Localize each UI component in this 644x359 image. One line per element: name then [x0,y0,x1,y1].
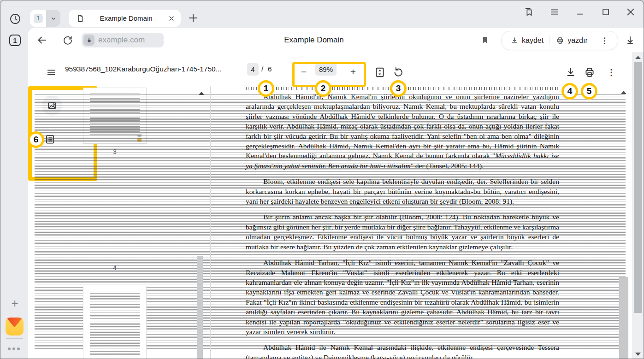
page-title: Example Domain [176,28,452,52]
side-panel-add-button[interactable]: + [9,298,21,310]
page-scrollbar-thumb[interactable] [634,62,642,313]
maximize-button[interactable] [600,6,612,18]
reload-icon [62,35,73,46]
pdf-scrollbar-thumb[interactable] [619,277,628,359]
close-icon [626,7,636,17]
yandex-mail-icon[interactable] [6,318,24,335]
thumbnail-text-preview [90,292,140,357]
tab-example-domain[interactable]: Example Domain [69,10,181,27]
hamburger-icon [46,67,56,77]
lock-icon[interactable] [83,35,95,46]
mail-flap-shape [6,318,24,328]
printer-icon [556,36,564,45]
pdf-download-button[interactable] [565,66,577,78]
downloads-button[interactable] [625,35,636,46]
side-panel-tab-count[interactable]: 1 [9,35,21,46]
reload-button[interactable] [62,35,73,46]
new-tab-button[interactable] [187,12,200,24]
maximize-icon [601,7,611,17]
pdf-content-scrollbar[interactable] [618,86,629,359]
thumbnail-page-5[interactable] [83,286,146,359]
minimize-icon [575,7,585,17]
browser-window: 1 + 1 Example Domain [0,0,644,359]
tab-bar: 1 Example Domain [0,0,644,28]
hamburger-icon [549,7,560,17]
plus-icon [187,12,200,24]
scroll-up-arrow[interactable] [621,91,626,94]
thumbnail-scroll-up-arrow[interactable] [199,92,204,95]
address-url: example.com [98,35,145,45]
rotate-ccw-icon [392,66,404,78]
clipped-text-line [246,87,559,90]
pdf-document-text: Abdülhak Hâmıd'in, Namık Kemal'ın şiirle… [246,87,559,359]
print-button-label: yazdır [567,36,588,45]
scroll-down-arrow[interactable] [635,353,641,356]
tab-group-expand-segment[interactable] [46,10,60,27]
pdf-more-button[interactable]: ⋮ [605,66,617,78]
zoom-in-button[interactable]: + [348,67,359,78]
tab-title: Example Domain [84,14,168,22]
zoom-level[interactable]: 89% [315,63,337,76]
rotate-button[interactable] [392,66,404,78]
browser-side-strip: 1 + [0,0,28,359]
lock-glyph [86,37,92,43]
browser-menu-button[interactable] [549,6,561,18]
fit-height-icon [374,66,386,78]
address-bar[interactable]: example.com [82,33,164,47]
thumbnail-page-4-selected[interactable] [28,86,97,181]
document-paragraph: Abdülhak Hâmıd'in, Namık Kemal'ın şiirle… [246,92,559,171]
pdf-toolbar: 959387568_102KaraburguOğuzhan-1745-1750.… [28,52,632,86]
side-strip-divider [6,338,23,339]
fit-page-button[interactable] [374,66,386,78]
page-count-separator: / [261,52,263,86]
pdf-sidebar-toggle-button[interactable] [46,67,56,77]
pdf-body: 3 4 5 Abdülhak Hâmıd'in, Namık Kemal'ın … [28,86,632,359]
paragraph-text: " der (Tansel, 2005: 144). [411,162,484,170]
scroll-up-arrow[interactable] [635,56,641,59]
thumbnail-label: 4 [83,264,146,271]
document-paragraph: Bloom, etkilenme endişesi sele kapılma b… [246,177,559,206]
bookmark-flag-icon [524,7,534,17]
download-icon [510,36,519,45]
paragraph-text: Abdülhak Hâmıd'in, Namık Kemal'ın şiirle… [246,93,559,159]
print-button[interactable]: yazdır [550,31,594,50]
downloads-arrow-icon [625,35,636,46]
side-panel-more-button[interactable] [8,346,22,352]
page-actions-toolbar: kaydet yazdır ⋮ [501,31,618,50]
minimize-button[interactable] [574,6,586,18]
collections-button[interactable] [523,6,535,18]
bookmark-filled-icon [480,35,490,45]
document-paragraph: Bir şiirin anlamı ancak başka bir şiir o… [246,212,559,252]
total-pages: 6 [268,52,272,86]
pdf-print-button[interactable] [584,66,596,78]
page-scrollbar[interactable] [632,52,644,359]
document-paragraph: Abdülhak Hâmid Tarhan, "İçli Kız" isimli… [246,258,559,336]
thumbnail-scrollbar-thumb[interactable] [197,256,203,359]
chevron-down-icon [50,15,57,22]
window-close-button[interactable] [625,6,637,18]
save-button[interactable]: kaydet [504,31,549,50]
tab-close-icon[interactable] [168,15,175,22]
back-arrow-icon [36,35,47,46]
printer-icon [584,66,596,78]
pdf-filename: 959387568_102KaraburguOğuzhan-1745-1750.… [65,52,222,86]
bookmark-button[interactable] [480,35,490,45]
panel-divider [210,86,211,359]
current-page-input[interactable]: 4 [247,63,259,76]
tab-group-control[interactable]: 1 [30,10,60,27]
page-icon [76,14,84,23]
back-button[interactable] [36,35,47,46]
page-actions-more-button[interactable]: ⋮ [594,36,615,46]
tab-group-count-badge: 1 [34,14,43,23]
zoom-out-button[interactable]: − [298,67,309,78]
tab-group-count-segment[interactable]: 1 [30,10,46,27]
save-button-label: kaydet [522,36,544,45]
document-paragraph: Abdülhak Hâmid ile Namık Kemal arasındak… [246,342,559,359]
download-icon [565,66,577,78]
